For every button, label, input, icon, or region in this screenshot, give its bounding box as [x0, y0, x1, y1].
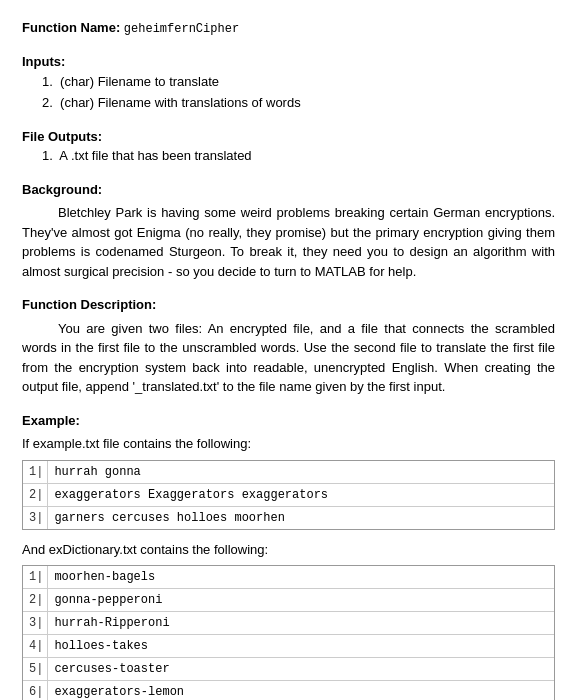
inputs-list: 1. (char) Filename to translate 2. (char… [42, 72, 555, 113]
background-section: Background: Bletchley Park is having som… [22, 180, 555, 282]
function-description-section: Function Description: You are given two … [22, 295, 555, 397]
example-box1: 1|hurrah gonna2|exaggerators Exaggerator… [22, 460, 555, 530]
line-number: 6| [23, 681, 48, 700]
list-item: 1. A .txt file that has been translated [42, 146, 555, 166]
inputs-label: Inputs: [22, 52, 555, 72]
line-number: 1| [23, 461, 48, 483]
table-row: 2|gonna-pepperoni [23, 589, 554, 612]
list-item: 1. (char) Filename to translate [42, 72, 555, 92]
table-row: 3|hurrah-Ripperoni [23, 612, 554, 635]
table-row: 4|holloes-takes [23, 635, 554, 658]
file-outputs-section: File Outputs: 1. A .txt file that has be… [22, 127, 555, 166]
table-row: 5|cercuses-toaster [23, 658, 554, 681]
example-section: Example: If example.txt file contains th… [22, 411, 555, 701]
background-label: Background: [22, 180, 555, 200]
line-content: exaggerators Exaggerators exaggerators [48, 484, 334, 506]
line-content: gonna-pepperoni [48, 589, 168, 611]
line-number: 3| [23, 507, 48, 529]
example-subtext1: If example.txt file contains the followi… [22, 434, 555, 454]
line-content: garners cercuses holloes moorhen [48, 507, 290, 529]
line-number: 1| [23, 566, 48, 588]
table-row: 6|exaggerators-lemon [23, 681, 554, 700]
inputs-section: Inputs: 1. (char) Filename to translate … [22, 52, 555, 113]
line-content: cercuses-toaster [48, 658, 175, 680]
function-description-text: You are given two files: An encrypted fi… [22, 319, 555, 397]
function-name-value: geheimfernCipher [124, 22, 239, 36]
line-content: exaggerators-lemon [48, 681, 190, 700]
example-subtext2: And exDictionary.txt contains the follow… [22, 540, 555, 560]
function-description-label: Function Description: [22, 295, 555, 315]
line-content: hurrah-Ripperoni [48, 612, 175, 634]
background-text: Bletchley Park is having some weird prob… [22, 203, 555, 281]
table-row: 1|hurrah gonna [23, 461, 554, 484]
file-outputs-list: 1. A .txt file that has been translated [42, 146, 555, 166]
list-item: 2. (char) Filename with translations of … [42, 93, 555, 113]
example-box2: 1|moorhen-bagels2|gonna-pepperoni3|hurra… [22, 565, 555, 700]
table-row: 2|exaggerators Exaggerators exaggerators [23, 484, 554, 507]
line-number: 5| [23, 658, 48, 680]
line-number: 3| [23, 612, 48, 634]
function-name-section: Function Name: geheimfernCipher [22, 18, 555, 38]
input-item-1: (char) Filename to translate [60, 74, 219, 89]
input-item-2: (char) Filename with translations of wor… [60, 95, 301, 110]
function-name-label: Function Name: [22, 20, 120, 35]
table-row: 3|garners cercuses holloes moorhen [23, 507, 554, 529]
line-number: 2| [23, 589, 48, 611]
line-number: 4| [23, 635, 48, 657]
file-output-item-1: A .txt file that has been translated [59, 148, 251, 163]
line-content: holloes-takes [48, 635, 154, 657]
example-label: Example: [22, 411, 555, 431]
table-row: 1|moorhen-bagels [23, 566, 554, 589]
line-content: moorhen-bagels [48, 566, 161, 588]
line-content: hurrah gonna [48, 461, 146, 483]
file-outputs-label: File Outputs: [22, 127, 555, 147]
line-number: 2| [23, 484, 48, 506]
